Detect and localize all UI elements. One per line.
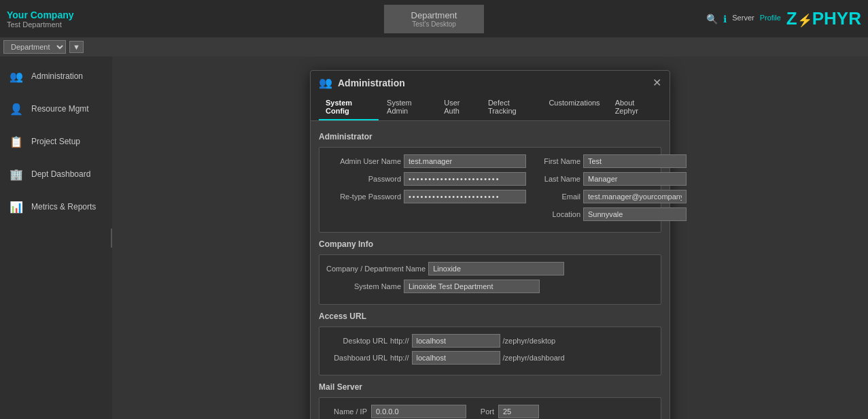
administrator-section-box: Admin User Name Password Re-type Passwor… [319, 147, 661, 233]
profile-link[interactable]: Profile [760, 14, 781, 24]
modal-overlay: 👥 Administration ✕ System Config System … [112, 56, 868, 419]
first-name-label: First Name [533, 157, 580, 165]
sub-bar: Department ▼ [0, 37, 868, 56]
dept-dropdown-btn[interactable]: ▼ [69, 41, 84, 53]
administration-modal: 👥 Administration ✕ System Config System … [310, 70, 670, 419]
content-area: 👥 Administration ✕ System Config System … [112, 56, 868, 419]
sidebar-label-dept-dashboard: Dept Dashboard [31, 169, 90, 179]
retype-password-label: Re-type Password [326, 192, 401, 201]
company-info-section-box: Company / Department Name System Name [319, 254, 661, 305]
access-url-section-box: Desktop URL http:// /zephyr/desktop Dash… [319, 326, 661, 375]
sidebar-item-resource-mgmt[interactable]: 👤 Resource Mgmt [0, 93, 112, 125]
last-name-row: Last Name [533, 172, 687, 186]
sidebar: 👥 Administration 👤 Resource Mgmt 📋 Proje… [0, 56, 112, 419]
sidebar-label-administration: Administration [31, 71, 83, 81]
tab-customizations-label: Customizations [549, 99, 600, 107]
tab-system-admin[interactable]: System Admin [380, 95, 436, 120]
admin-left-col: Admin User Name Password Re-type Passwor… [326, 154, 526, 225]
metrics-reports-icon: 📊 [7, 197, 26, 216]
system-name-input[interactable] [404, 280, 540, 293]
resource-mgmt-icon: 👤 [7, 99, 26, 118]
tab-customizations[interactable]: Customizations [542, 95, 606, 120]
email-row: Email [533, 190, 687, 203]
dashboard-url-row: Dashboard URL http:// /zephyr/dashboard [326, 351, 654, 365]
administrator-two-col: Admin User Name Password Re-type Passwor… [326, 154, 654, 225]
company-info: Your Company Test Department [7, 10, 74, 29]
mail-name-ip-label: Name / IP [326, 407, 367, 416]
password-label: Password [326, 175, 401, 183]
top-links: 🔍 ℹ Server Profile [706, 14, 781, 24]
sidebar-item-administration[interactable]: 👥 Administration [0, 60, 112, 93]
dept-button-label: Department [411, 10, 457, 20]
dept-button[interactable]: Department Test's Desktop [384, 5, 485, 33]
info-icon[interactable]: ℹ [723, 14, 727, 24]
sidebar-item-metrics-reports[interactable]: 📊 Metrics & Reports [0, 190, 112, 223]
tab-user-auth-label: User Auth [444, 99, 459, 115]
system-name-row: System Name [326, 280, 654, 293]
last-name-label: Last Name [533, 175, 580, 183]
company-name: Your Company [7, 10, 74, 20]
mail-server-section-box: Name / IP Port User Name Password [319, 397, 661, 419]
administrator-section-header: Administrator [319, 132, 661, 141]
sidebar-label-project-setup: Project Setup [31, 137, 80, 146]
password-row: Password [326, 172, 526, 186]
sidebar-item-project-setup[interactable]: 📋 Project Setup [0, 125, 112, 158]
email-input[interactable] [583, 190, 687, 203]
tab-system-config[interactable]: System Config [319, 95, 379, 120]
admin-right-col: First Name Last Name Email [533, 154, 687, 225]
dept-name: Test Department [7, 20, 74, 29]
admin-username-row: Admin User Name [326, 154, 526, 168]
main-layout: 👥 Administration 👤 Resource Mgmt 📋 Proje… [0, 56, 868, 419]
modal-title-icon: 👥 [319, 76, 332, 89]
system-name-label: System Name [326, 282, 401, 290]
mail-port-label: Port [470, 407, 494, 416]
retype-password-input[interactable] [404, 190, 526, 203]
tab-defect-tracking[interactable]: Defect Tracking [481, 95, 541, 120]
desktop-url-label: Desktop URL [326, 337, 387, 345]
mail-port-input[interactable] [498, 405, 539, 418]
access-url-section-header: Access URL [319, 312, 661, 321]
modal-header: 👥 Administration ✕ [311, 71, 670, 95]
tab-about-zephyr-label: About Zephyr [615, 99, 638, 115]
dept-dashboard-icon: 🏢 [7, 165, 26, 184]
tab-about-zephyr[interactable]: About Zephyr [608, 95, 661, 120]
modal-title: 👥 Administration [319, 76, 405, 89]
modal-title-text: Administration [338, 78, 405, 88]
top-right: 🔍 ℹ Server Profile Z⚡PHYR [706, 8, 861, 29]
mail-name-ip-row: Name / IP Port [326, 405, 654, 418]
password-input[interactable] [404, 172, 526, 186]
zephyr-logo: Z⚡PHYR [786, 8, 861, 29]
location-input[interactable] [583, 207, 687, 221]
first-name-input[interactable] [583, 154, 687, 168]
mail-server-section-header: Mail Server [319, 382, 661, 392]
dept-select[interactable]: Department [3, 40, 66, 54]
search-icon[interactable]: 🔍 [706, 14, 718, 24]
tab-system-admin-label: System Admin [387, 99, 412, 115]
modal-body: Administrator Admin User Name Password [311, 121, 670, 419]
desktop-url-host-input[interactable] [412, 334, 500, 348]
server-link[interactable]: Server [732, 14, 754, 24]
dashboard-url-suffix: /zephyr/dashboard [503, 354, 565, 362]
modal-close-button[interactable]: ✕ [653, 76, 661, 89]
sidebar-label-resource-mgmt: Resource Mgmt [31, 104, 89, 114]
modal-tabs: System Config System Admin User Auth Def… [311, 95, 670, 121]
tab-user-auth[interactable]: User Auth [437, 95, 480, 120]
sidebar-item-dept-dashboard[interactable]: 🏢 Dept Dashboard [0, 158, 112, 190]
dashboard-url-label: Dashboard URL [326, 354, 387, 362]
mail-name-ip-input[interactable] [371, 405, 466, 418]
company-dept-name-row: Company / Department Name [326, 262, 654, 275]
administration-icon: 👥 [7, 67, 26, 86]
desktop-url-prefix: http:// [390, 337, 409, 345]
location-row: Location [533, 207, 687, 221]
company-info-section-header: Company Info [319, 239, 661, 249]
retype-password-row: Re-type Password [326, 190, 526, 203]
company-dept-name-label: Company / Department Name [326, 265, 426, 273]
dashboard-url-host-input[interactable] [412, 351, 500, 365]
project-setup-icon: 📋 [7, 132, 26, 151]
company-dept-name-input[interactable] [428, 262, 564, 275]
top-bar: Your Company Test Department Department … [0, 0, 868, 37]
admin-username-input[interactable] [404, 154, 526, 168]
last-name-input[interactable] [583, 172, 687, 186]
desktop-url-row: Desktop URL http:// /zephyr/desktop [326, 334, 654, 348]
desktop-url-suffix: /zephyr/desktop [503, 337, 556, 345]
